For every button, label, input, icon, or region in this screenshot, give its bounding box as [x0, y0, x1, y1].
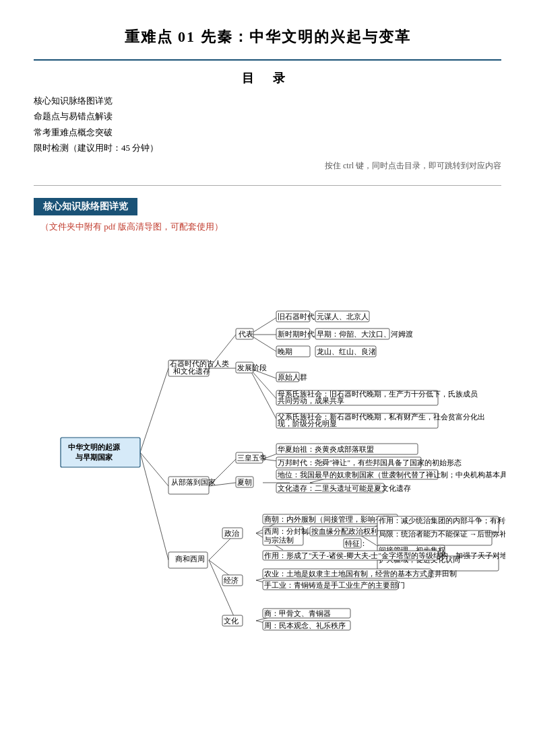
svg-text:新时期时代: 新时期时代: [278, 330, 315, 338]
svg-line-0: [140, 368, 168, 452]
svg-text:手工业：青铜铸造是手工业生产的主要部门: 手工业：青铜铸造是手工业生产的主要部门: [264, 581, 405, 589]
svg-text:文化: 文化: [224, 617, 239, 625]
toc-item-2[interactable]: 命题点与易错点解读: [34, 108, 501, 124]
svg-line-10: [249, 368, 276, 419]
svg-text:作用：减少统治集团的内部斗争；有利于民族凝聚: 作用：减少统治集团的内部斗争；有利于民族凝聚: [378, 516, 505, 524]
svg-text:龙山、红山、良渚: 龙山、红山、良渚: [317, 347, 376, 355]
toc-item-3[interactable]: 常考重难点概念突破: [34, 125, 501, 140]
svg-text:商：甲骨文、青铜器: 商：甲骨文、青铜器: [264, 609, 331, 617]
svg-text:特征：: 特征：: [345, 539, 367, 547]
svg-text:周：民本观念、礼乐秩序: 周：民本观念、礼乐秩序: [264, 621, 346, 629]
toc-item-4[interactable]: 限时检测（建议用时：45 分钟）: [34, 140, 501, 156]
svg-text:三皇五帝: 三皇五帝: [237, 454, 267, 462]
section-badge: 核心知识脉络图详览: [34, 198, 137, 215]
section-divider: [34, 185, 501, 186]
toc-item-1[interactable]: 核心知识脉络图详览: [34, 93, 501, 108]
svg-text:政治: 政治: [224, 529, 239, 537]
svg-text:旧石器时代: 旧石器时代: [278, 312, 315, 320]
pdf-hint: （文件夹中附有 pdf 版高清导图，可配套使用）: [40, 221, 501, 233]
svg-text:晚期: 晚期: [278, 347, 292, 355]
svg-text:农业：土地是奴隶主土地国有制，经营的基本方式是井田制: 农业：土地是奴隶主土地国有制，经营的基本方式是井田制: [264, 570, 457, 578]
svg-text:局限：统治者能力不能保证  →后世弥补：官僚政治制度的发展: 局限：统治者能力不能保证 →后世弥补：官僚政治制度的发展: [379, 530, 505, 538]
svg-text:从部落到国家: 从部落到国家: [171, 478, 216, 486]
svg-text:和文化遗存: 和文化遗存: [173, 367, 210, 375]
ctrl-hint: 按住 ctrl 键，同时点击目录，即可跳转到对应内容: [34, 160, 501, 172]
mindmap-svg: 中华文明的起源 与早期国家 石器时代的古人类 和文化遗存 代表 旧石器时代 元谋…: [34, 244, 505, 661]
svg-text:与宗法制: 与宗法制: [264, 536, 294, 544]
svg-text:与早期国家: 与早期国家: [75, 453, 113, 461]
svg-text:商和西周: 商和西周: [175, 555, 205, 563]
svg-text:万邦时代：尧舜"禅让"，有些邦国具备了国家的初始形态: 万邦时代：尧舜"禅让"，有些邦国具备了国家的初始形态: [278, 458, 462, 467]
svg-text:代表: 代表: [238, 330, 253, 338]
svg-text:早期：仰韶、大汶口、河姆渡: 早期：仰韶、大汶口、河姆渡: [317, 330, 413, 338]
page-title: 重难点 01 先秦：中华文明的兴起与变革: [34, 27, 501, 47]
svg-text:西周：分封制: 西周：分封制: [264, 527, 309, 535]
svg-line-2: [140, 452, 168, 560]
svg-text:发展阶段: 发展阶段: [237, 364, 267, 372]
svg-text:夏朝: 夏朝: [237, 478, 252, 486]
svg-text:按血缘分配政治权利: 按血缘分配政治权利: [311, 527, 378, 535]
svg-rect-33: [61, 438, 140, 467]
svg-text:经济: 经济: [224, 576, 239, 584]
mindmap-container: 中华文明的起源 与早期国家 石器时代的古人类 和文化遗存 代表 旧石器时代 元谋…: [34, 244, 501, 661]
top-divider: [34, 59, 501, 61]
svg-text:原始人群: 原始人群: [278, 373, 307, 381]
svg-text:作用：形成了"天子-诸侯-卿大夫-士"金字塔型的等级结构，加: 作用：形成了"天子-诸侯-卿大夫-士"金字塔型的等级结构，加强了天子对地方的行政…: [263, 551, 505, 559]
toc-title: 目 录: [34, 70, 501, 86]
svg-text:地位：我国最早的奴隶制国家（世袭制代替了禅让制；中央机构基本: 地位：我国最早的奴隶制国家（世袭制代替了禅让制；中央机构基本具备）: [277, 471, 505, 479]
toc-list: 核心知识脉络图详览 命题点与易错点解读 常考重难点概念突破 限时检测（建议用时：…: [34, 93, 501, 156]
svg-text:共同劳动，成果共享: 共同劳动，成果共享: [278, 397, 344, 405]
svg-text:文化遗存：二里头遗址可能是夏文化遗存: 文化遗存：二里头遗址可能是夏文化遗存: [278, 484, 411, 492]
svg-line-20: [209, 560, 236, 621]
svg-text:中华文明的起源: 中华文明的起源: [68, 443, 121, 451]
svg-text:华夏始祖：炎黄炎成部落联盟: 华夏始祖：炎黄炎成部落联盟: [278, 445, 374, 453]
svg-text:现，阶级分化明显: 现，阶级分化明显: [278, 419, 337, 427]
svg-text:元谋人、北京人: 元谋人、北京人: [317, 312, 369, 320]
